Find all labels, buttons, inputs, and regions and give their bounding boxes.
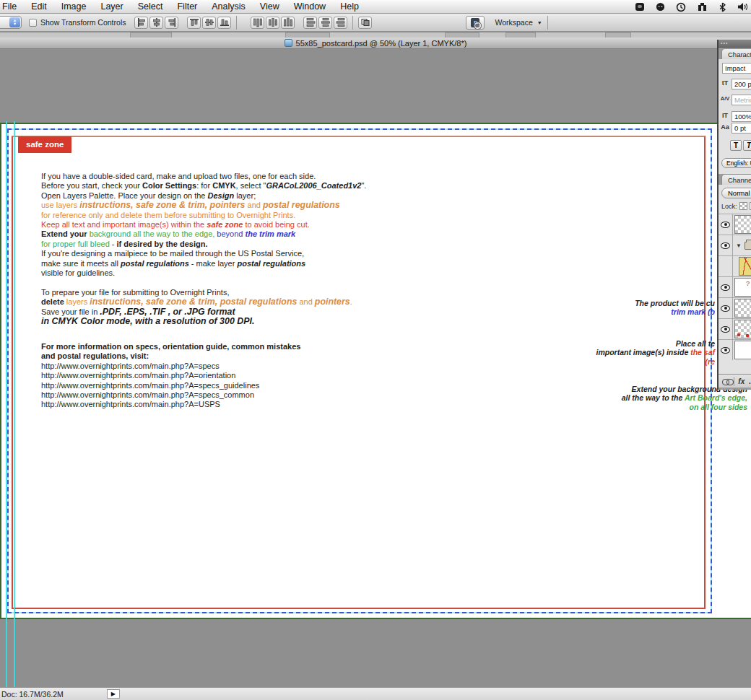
distribute-top-edges-button[interactable]	[251, 17, 264, 29]
go-to-bridge-button[interactable]: Br	[466, 16, 485, 30]
layer-thumbnail[interactable]	[734, 215, 751, 234]
visibility-eye-icon[interactable]	[719, 319, 733, 339]
pointer-note-trim: The product will be cutrim mark (b	[635, 299, 715, 317]
workspace-menu[interactable]: Workspace ▼	[495, 18, 542, 27]
layer-row[interactable]	[719, 339, 751, 360]
font-family-field[interactable]: Impact	[722, 63, 751, 74]
group-expand-icon[interactable]: ▼	[736, 242, 742, 249]
faux-italic-button[interactable]: T	[743, 140, 751, 151]
text-line: visible for guidelines.	[41, 268, 366, 278]
binoculars-icon[interactable]	[697, 2, 708, 12]
text-line: If you're designing a mailpiece to be ma…	[41, 249, 366, 258]
font-size-field[interactable]: 200 pt	[732, 79, 751, 89]
text-line: http://www.overnightprints.com/main.php?…	[41, 381, 300, 390]
vertical-scale-field[interactable]: 100%	[732, 111, 751, 122]
layer-thumbnail[interactable]	[739, 257, 751, 276]
pointer-note-safe-zone: Place all teimportant image(s) inside th…	[596, 339, 715, 366]
time-machine-clock-icon[interactable]	[676, 2, 686, 12]
visibility-toggle-empty[interactable]	[719, 256, 733, 276]
menu-file[interactable]: File	[0, 1, 24, 12]
menu-help[interactable]: Help	[333, 1, 366, 12]
distribute-right-edges-button[interactable]	[334, 17, 347, 29]
distribute-bottom-edges-button[interactable]	[281, 17, 295, 29]
psd-file-icon	[285, 39, 292, 47]
menu-edit[interactable]: Edit	[24, 1, 54, 12]
text-line: http://www.overnightprints.com/main.php?…	[41, 400, 300, 409]
language-select[interactable]: English: US	[721, 158, 751, 168]
align-left-edges-button[interactable]	[134, 17, 148, 29]
tab-channels[interactable]: Channels	[721, 174, 751, 185]
faux-bold-button[interactable]: T	[730, 140, 742, 151]
text-line: http://www.overnightprints.com/main.php?…	[41, 362, 300, 371]
auto-align-layers-button[interactable]	[358, 17, 372, 29]
text-line: If you have a double-sided card, make an…	[41, 172, 366, 181]
font-size-icon: tT	[719, 79, 731, 87]
text-line: Keep all text and important image(s) wit…	[41, 220, 366, 229]
visibility-eye-icon[interactable]	[719, 277, 733, 297]
text-line: and postal regulations, visit:	[41, 351, 300, 361]
layer-row[interactable]	[719, 214, 751, 235]
menu-extra-app-icon[interactable]	[635, 2, 645, 12]
document-title: 55x85_postcard.psd @ 50% (Layer 1, CMYK/…	[296, 39, 467, 48]
align-bottom-edges-button[interactable]	[217, 17, 231, 29]
text-line: For more information on specs, orientati…	[41, 342, 300, 351]
vertical-guide[interactable]	[6, 121, 7, 687]
layer-thumbnail[interactable]	[734, 278, 751, 297]
menu-analysis[interactable]: Analysis	[204, 1, 253, 12]
align-right-edges-button[interactable]	[165, 17, 178, 29]
baseline-shift-icon: Aa	[719, 123, 731, 131]
text-line: important image(s) inside the saf	[596, 348, 715, 356]
status-bar-menu-button[interactable]: ▶	[107, 689, 120, 699]
layer-row[interactable]	[719, 255, 751, 276]
layer-thumbnail[interactable]	[734, 341, 751, 359]
distribute-left-edges-button[interactable]	[303, 17, 317, 29]
lock-transparency-icon[interactable]	[739, 202, 747, 210]
layer-row[interactable]	[719, 276, 751, 297]
text-line: for reference only and delete them befor…	[41, 211, 366, 220]
menu-image[interactable]: Image	[54, 1, 94, 12]
visibility-eye-icon[interactable]	[719, 298, 733, 318]
group-select[interactable]: Group ▲▼	[0, 16, 22, 29]
blend-mode-select[interactable]: Normal	[721, 188, 751, 198]
menu-bar: File Edit Image Layer Select Filter Anal…	[0, 0, 751, 14]
align-vertical-centers-button[interactable]	[202, 17, 216, 29]
menu-layer[interactable]: Layer	[93, 1, 130, 12]
text-line: delete layers instructions, safe zone & …	[41, 297, 352, 307]
kerning-field[interactable]: Metrics	[732, 95, 751, 105]
checkbox-icon[interactable]	[29, 19, 37, 27]
menu-select[interactable]: Select	[131, 1, 170, 12]
layer-thumbnail[interactable]	[734, 320, 751, 338]
link-layers-icon[interactable]	[722, 379, 729, 384]
document-size-info: Doc: 16.7M/36.2M	[1, 690, 64, 699]
visibility-eye-icon[interactable]	[719, 340, 733, 360]
layer-row[interactable]	[719, 318, 751, 339]
bluetooth-icon[interactable]	[719, 2, 726, 12]
layer-style-fx-icon[interactable]: fx	[738, 377, 745, 385]
layer-thumbnail[interactable]	[734, 299, 751, 318]
layer-row[interactable]	[719, 297, 751, 318]
baseline-shift-field[interactable]: 0 pt	[732, 123, 751, 134]
menu-view[interactable]: View	[253, 1, 287, 12]
dock-grip[interactable]: •••	[719, 40, 751, 48]
text-line: make sure it meets all postal regulation…	[41, 259, 366, 268]
distribute-horizontal-centers-button[interactable]	[318, 17, 332, 29]
distribute-vertical-buttons	[251, 17, 295, 29]
visibility-eye-icon[interactable]	[719, 214, 733, 235]
document-title-bar[interactable]: 55x85_postcard.psd @ 50% (Layer 1, CMYK/…	[0, 38, 751, 49]
menu-extra-circle-icon[interactable]	[656, 2, 665, 12]
text-line: To prepare your file for submitting to O…	[41, 288, 352, 297]
layer-row[interactable]: ▼	[719, 235, 751, 255]
visibility-eye-icon[interactable]	[719, 235, 733, 255]
menu-window[interactable]: Window	[287, 1, 333, 12]
vertical-guide[interactable]	[14, 121, 15, 687]
align-top-edges-button[interactable]	[187, 17, 201, 29]
text-line: use layers instructions, safe zone & tri…	[41, 201, 366, 210]
align-horizontal-centers-button[interactable]	[149, 17, 163, 29]
distribute-vertical-centers-button[interactable]	[266, 17, 279, 29]
canvas-area[interactable]: safe zone If you have a double-sided car…	[0, 49, 751, 687]
menu-filter[interactable]: Filter	[170, 1, 204, 12]
show-transform-controls-checkbox[interactable]: Show Transform Controls	[29, 18, 126, 27]
volume-icon[interactable]	[737, 2, 748, 12]
text-line: http://www.overnightprints.com/main.php?…	[41, 390, 300, 400]
tab-character[interactable]: Character	[721, 48, 751, 59]
